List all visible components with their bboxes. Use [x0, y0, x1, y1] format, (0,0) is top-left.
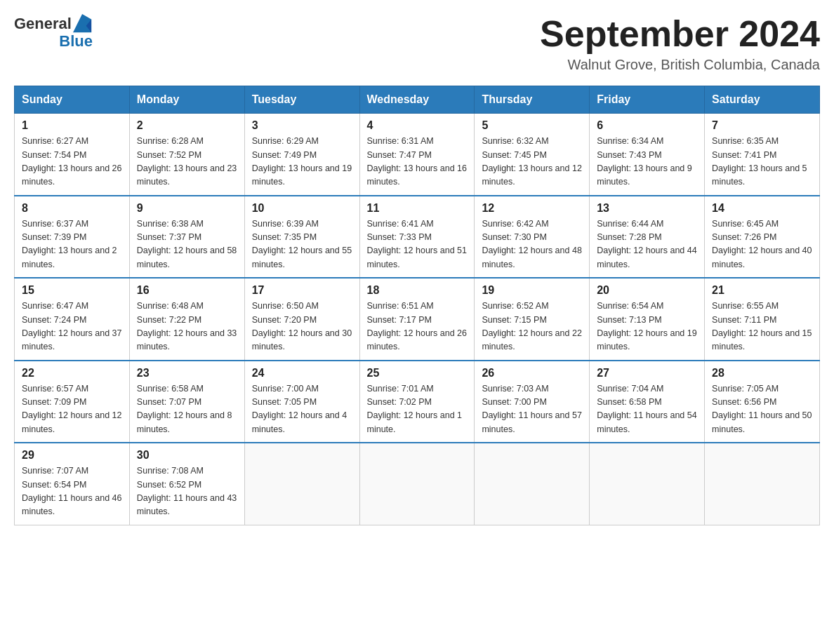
day-number: 17 [252, 284, 352, 297]
day-number: 16 [137, 284, 237, 297]
day-info: Sunrise: 6:27 AM Sunset: 7:54 PM Dayligh… [22, 135, 122, 189]
day-info: Sunrise: 6:32 AM Sunset: 7:45 PM Dayligh… [482, 135, 582, 189]
day-number: 24 [252, 367, 352, 380]
day-number: 11 [367, 202, 468, 215]
calendar-cell-week5-day5 [590, 443, 705, 525]
day-info: Sunrise: 6:47 AM Sunset: 7:24 PM Dayligh… [22, 300, 122, 354]
day-info: Sunrise: 7:07 AM Sunset: 6:54 PM Dayligh… [22, 464, 122, 519]
day-number: 2 [137, 119, 237, 132]
day-number: 25 [367, 367, 468, 380]
calendar-week-4: 22 Sunrise: 6:57 AM Sunset: 7:09 PM Dayl… [15, 361, 820, 443]
calendar-cell-week2-day6: 14 Sunrise: 6:45 AM Sunset: 7:26 PM Dayl… [705, 196, 820, 279]
day-info: Sunrise: 6:51 AM Sunset: 7:17 PM Dayligh… [367, 300, 468, 354]
calendar-cell-week1-day4: 5 Sunrise: 6:32 AM Sunset: 7:45 PM Dayli… [475, 114, 590, 196]
header-monday: Monday [129, 86, 244, 114]
day-info: Sunrise: 6:57 AM Sunset: 7:09 PM Dayligh… [22, 382, 122, 437]
day-number: 19 [482, 284, 582, 297]
day-info: Sunrise: 7:04 AM Sunset: 6:58 PM Dayligh… [597, 382, 697, 437]
calendar-cell-week4-day3: 25 Sunrise: 7:01 AM Sunset: 7:02 PM Dayl… [359, 361, 475, 443]
calendar-cell-week1-day1: 2 Sunrise: 6:28 AM Sunset: 7:52 PM Dayli… [129, 114, 244, 196]
day-info: Sunrise: 6:37 AM Sunset: 7:39 PM Dayligh… [22, 217, 122, 272]
day-info: Sunrise: 6:38 AM Sunset: 7:37 PM Dayligh… [137, 217, 237, 272]
day-number: 14 [712, 202, 812, 215]
day-number: 18 [367, 284, 468, 297]
calendar-header-row: SundayMondayTuesdayWednesdayThursdayFrid… [15, 86, 820, 114]
day-info: Sunrise: 6:50 AM Sunset: 7:20 PM Dayligh… [252, 300, 352, 354]
day-number: 10 [252, 202, 352, 215]
day-number: 13 [597, 202, 697, 215]
day-number: 30 [137, 449, 237, 462]
calendar-cell-week5-day1: 30 Sunrise: 7:08 AM Sunset: 6:52 PM Dayl… [129, 443, 244, 525]
header-sunday: Sunday [15, 86, 130, 114]
day-info: Sunrise: 6:35 AM Sunset: 7:41 PM Dayligh… [712, 135, 812, 189]
day-info: Sunrise: 6:44 AM Sunset: 7:28 PM Dayligh… [597, 217, 697, 272]
calendar-cell-week1-day6: 7 Sunrise: 6:35 AM Sunset: 7:41 PM Dayli… [705, 114, 820, 196]
day-info: Sunrise: 7:08 AM Sunset: 6:52 PM Dayligh… [137, 464, 237, 519]
calendar-cell-week2-day0: 8 Sunrise: 6:37 AM Sunset: 7:39 PM Dayli… [15, 196, 130, 279]
header-wednesday: Wednesday [359, 86, 475, 114]
day-info: Sunrise: 6:45 AM Sunset: 7:26 PM Dayligh… [712, 217, 812, 272]
header-thursday: Thursday [475, 86, 590, 114]
calendar-cell-week3-day1: 16 Sunrise: 6:48 AM Sunset: 7:22 PM Dayl… [129, 278, 244, 361]
logo-icon [73, 14, 93, 34]
day-number: 12 [482, 202, 582, 215]
day-number: 26 [482, 367, 582, 380]
logo-text-blue: Blue [59, 34, 93, 49]
day-info: Sunrise: 7:05 AM Sunset: 6:56 PM Dayligh… [712, 382, 812, 437]
calendar-week-2: 8 Sunrise: 6:37 AM Sunset: 7:39 PM Dayli… [15, 196, 820, 279]
calendar-cell-week1-day5: 6 Sunrise: 6:34 AM Sunset: 7:43 PM Dayli… [590, 114, 705, 196]
header-tuesday: Tuesday [244, 86, 359, 114]
calendar-cell-week3-day6: 21 Sunrise: 6:55 AM Sunset: 7:11 PM Dayl… [705, 278, 820, 361]
day-info: Sunrise: 6:28 AM Sunset: 7:52 PM Dayligh… [137, 135, 237, 189]
calendar-cell-week5-day3 [359, 443, 475, 525]
day-info: Sunrise: 6:42 AM Sunset: 7:30 PM Dayligh… [482, 217, 582, 272]
calendar-cell-week4-day4: 26 Sunrise: 7:03 AM Sunset: 7:00 PM Dayl… [475, 361, 590, 443]
day-info: Sunrise: 6:58 AM Sunset: 7:07 PM Dayligh… [137, 382, 237, 437]
day-info: Sunrise: 6:52 AM Sunset: 7:15 PM Dayligh… [482, 300, 582, 354]
calendar-cell-week3-day2: 17 Sunrise: 6:50 AM Sunset: 7:20 PM Dayl… [244, 278, 359, 361]
calendar-week-1: 1 Sunrise: 6:27 AM Sunset: 7:54 PM Dayli… [15, 114, 820, 196]
day-number: 1 [22, 119, 122, 132]
calendar-cell-week1-day2: 3 Sunrise: 6:29 AM Sunset: 7:49 PM Dayli… [244, 114, 359, 196]
location: Walnut Grove, British Columbia, Canada [540, 57, 820, 73]
calendar-cell-week3-day3: 18 Sunrise: 6:51 AM Sunset: 7:17 PM Dayl… [359, 278, 475, 361]
calendar-cell-week1-day0: 1 Sunrise: 6:27 AM Sunset: 7:54 PM Dayli… [15, 114, 130, 196]
logo-text-general: General [14, 16, 72, 32]
day-info: Sunrise: 6:29 AM Sunset: 7:49 PM Dayligh… [252, 135, 352, 189]
day-number: 3 [252, 119, 352, 132]
day-number: 20 [597, 284, 697, 297]
calendar-cell-week4-day5: 27 Sunrise: 7:04 AM Sunset: 6:58 PM Dayl… [590, 361, 705, 443]
day-info: Sunrise: 7:01 AM Sunset: 7:02 PM Dayligh… [367, 382, 468, 437]
calendar-cell-week3-day5: 20 Sunrise: 6:54 AM Sunset: 7:13 PM Dayl… [590, 278, 705, 361]
calendar-cell-week5-day6 [705, 443, 820, 525]
day-info: Sunrise: 6:48 AM Sunset: 7:22 PM Dayligh… [137, 300, 237, 354]
day-number: 27 [597, 367, 697, 380]
day-info: Sunrise: 7:03 AM Sunset: 7:00 PM Dayligh… [482, 382, 582, 437]
day-number: 6 [597, 119, 697, 132]
calendar-cell-week5-day4 [475, 443, 590, 525]
month-title: September 2024 [540, 14, 820, 54]
day-info: Sunrise: 6:54 AM Sunset: 7:13 PM Dayligh… [597, 300, 697, 354]
day-info: Sunrise: 6:41 AM Sunset: 7:33 PM Dayligh… [367, 217, 468, 272]
logo: General Blue [14, 14, 93, 49]
day-info: Sunrise: 6:39 AM Sunset: 7:35 PM Dayligh… [252, 217, 352, 272]
calendar-cell-week5-day0: 29 Sunrise: 7:07 AM Sunset: 6:54 PM Dayl… [15, 443, 130, 525]
day-number: 22 [22, 367, 122, 380]
day-number: 21 [712, 284, 812, 297]
day-info: Sunrise: 6:55 AM Sunset: 7:11 PM Dayligh… [712, 300, 812, 354]
title-section: September 2024 Walnut Grove, British Col… [540, 14, 820, 73]
day-number: 23 [137, 367, 237, 380]
calendar-cell-week4-day6: 28 Sunrise: 7:05 AM Sunset: 6:56 PM Dayl… [705, 361, 820, 443]
calendar-table: SundayMondayTuesdayWednesdayThursdayFrid… [14, 86, 820, 525]
day-number: 8 [22, 202, 122, 215]
day-number: 9 [137, 202, 237, 215]
calendar-cell-week4-day0: 22 Sunrise: 6:57 AM Sunset: 7:09 PM Dayl… [15, 361, 130, 443]
day-number: 15 [22, 284, 122, 297]
calendar-cell-week3-day0: 15 Sunrise: 6:47 AM Sunset: 7:24 PM Dayl… [15, 278, 130, 361]
day-info: Sunrise: 7:00 AM Sunset: 7:05 PM Dayligh… [252, 382, 352, 437]
day-number: 28 [712, 367, 812, 380]
calendar-cell-week5-day2 [244, 443, 359, 525]
calendar-cell-week3-day4: 19 Sunrise: 6:52 AM Sunset: 7:15 PM Dayl… [475, 278, 590, 361]
day-number: 7 [712, 119, 812, 132]
header-friday: Friday [590, 86, 705, 114]
